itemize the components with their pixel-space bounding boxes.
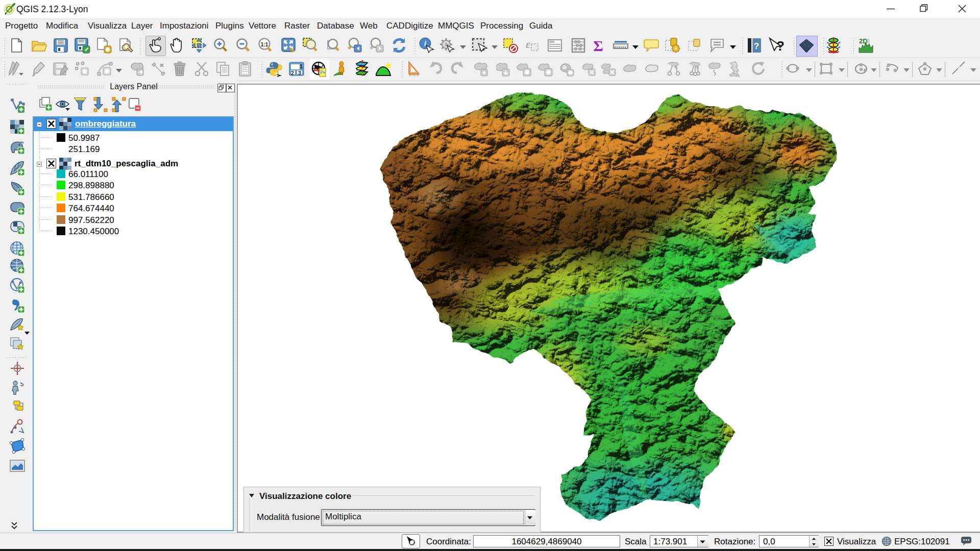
svg-text:ε: ε xyxy=(526,38,530,51)
svg-text:?: ? xyxy=(754,41,759,51)
svg-text:3: 3 xyxy=(298,70,301,76)
svg-text:1: 1 xyxy=(300,64,303,69)
svg-text:?: ? xyxy=(776,38,785,54)
svg-text:Σ: Σ xyxy=(593,37,603,54)
svg-text:2: 2 xyxy=(291,70,294,76)
svg-text:1:1: 1:1 xyxy=(261,42,268,47)
